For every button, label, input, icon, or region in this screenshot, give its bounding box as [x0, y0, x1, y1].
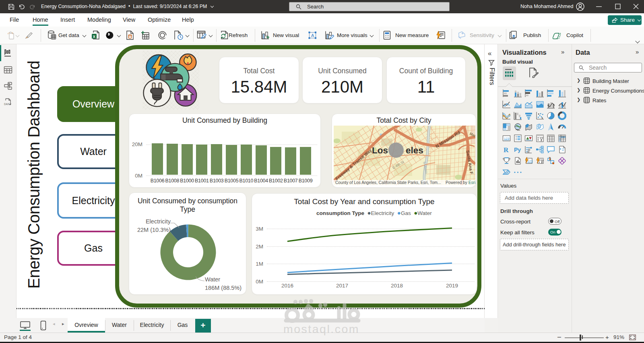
svg-text:x: x [93, 34, 95, 39]
svg-text:DAX: DAX [4, 103, 10, 105]
svg-text:R: R [504, 146, 509, 154]
svg-text:mostaql.com: mostaql.com [283, 322, 359, 335]
svg-text:123: 123 [504, 137, 510, 141]
svg-text:A: A [311, 33, 314, 38]
svg-text:Py: Py [514, 147, 521, 153]
svg-text:County of Los Angeles, Califor: County of Los Angeles, California State … [335, 180, 441, 185]
svg-text:Powered by Esri: Powered by Esri [446, 180, 475, 185]
